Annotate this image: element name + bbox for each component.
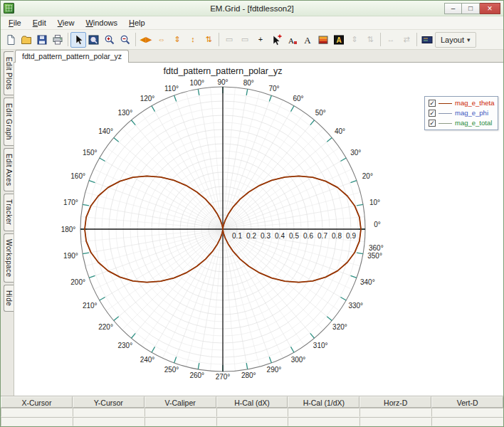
- svg-text:280°: 280°: [241, 371, 256, 379]
- open-file-button[interactable]: [19, 32, 34, 48]
- status-value-row-2: [1, 417, 503, 426]
- status-value-x-cursor: [1, 417, 73, 426]
- svg-text:200°: 200°: [70, 278, 85, 286]
- add-label-button[interactable]: A: [284, 32, 300, 48]
- v-scale-button: ⇕: [347, 32, 362, 48]
- legend-item-mag-e-total: ✓mag_e_total: [429, 119, 494, 127]
- fit-horizontal-button[interactable]: ◀▶: [138, 32, 154, 48]
- autoscale-button[interactable]: ⇅: [201, 32, 216, 48]
- select-cursor-button[interactable]: [70, 32, 86, 48]
- invert-colors-icon: A: [333, 34, 345, 46]
- colormap-button[interactable]: [315, 32, 331, 48]
- text-icon: A: [302, 34, 313, 46]
- svg-text:0.2: 0.2: [246, 232, 256, 240]
- menu-view[interactable]: View: [52, 17, 80, 28]
- caliper-icon: ⇄: [403, 36, 409, 43]
- svg-text:80°: 80°: [243, 79, 254, 87]
- side-tab-tracker[interactable]: Tracker: [4, 194, 14, 231]
- new-file-button[interactable]: [3, 32, 19, 48]
- print-button[interactable]: [50, 32, 65, 48]
- svg-text:220°: 220°: [98, 323, 113, 331]
- legend-item-mag-e-phi: ✓mag_e_phi: [429, 109, 494, 117]
- expand-horizontal-button[interactable]: ⇔: [154, 32, 169, 48]
- side-tab-edit-axes[interactable]: Edit Axes: [4, 148, 14, 191]
- status-header-row: X-CursorY-CursorV-CaliperH-Cal (dX)H-Cal…: [1, 396, 503, 408]
- save-file-button[interactable]: [34, 32, 50, 48]
- svg-text:140°: 140°: [98, 127, 113, 135]
- minimize-button[interactable]: –: [444, 3, 462, 14]
- side-tab-edit-plots[interactable]: Edit Plots: [4, 51, 14, 95]
- status-col-y-cursor: Y-Cursor: [73, 396, 145, 408]
- fit-vertical-button[interactable]: ⇕: [169, 32, 185, 48]
- status-value-horz-d: [359, 417, 431, 426]
- zoom-in-icon: [104, 34, 115, 46]
- save-file-icon: [36, 34, 48, 46]
- svg-text:60°: 60°: [293, 95, 303, 102]
- menu-file[interactable]: File: [3, 17, 27, 28]
- plot-area: 0.10.20.30.40.50.60.70.80.90°10°20°30°40…: [14, 63, 503, 396]
- zoom-window-button[interactable]: [86, 32, 102, 48]
- v-shift-button: ⇅: [362, 32, 378, 48]
- invert-colors-button[interactable]: A: [331, 32, 347, 48]
- zoom-window-icon: [88, 34, 100, 46]
- svg-text:A: A: [288, 36, 294, 44]
- status-value-v-caliper: [145, 417, 216, 426]
- legend-checkbox-mag-e-phi[interactable]: ✓: [429, 110, 436, 117]
- add-marker-icon: +: [258, 36, 263, 43]
- legend-checkbox-mag-e-theta[interactable]: ✓: [429, 100, 436, 107]
- zoom-in-button[interactable]: [102, 32, 117, 48]
- side-tab-hide[interactable]: Hide: [4, 285, 14, 312]
- menu-windows[interactable]: Windows: [80, 17, 123, 28]
- svg-text:0.6: 0.6: [303, 232, 313, 240]
- autoscale-icon: ⇅: [205, 36, 211, 43]
- svg-text:130°: 130°: [117, 109, 132, 117]
- svg-text:190°: 190°: [63, 252, 78, 260]
- h-scale-button: ↔: [383, 32, 399, 48]
- close-button[interactable]: ×: [480, 3, 500, 14]
- legend-checkbox-mag-e-total[interactable]: ✓: [429, 120, 436, 127]
- svg-text:260°: 260°: [189, 371, 204, 379]
- status-value-h-cal-1-dx: [288, 408, 359, 417]
- status-col-h-cal-dx: H-Cal (dX): [216, 396, 288, 408]
- svg-text:210°: 210°: [83, 302, 98, 310]
- tracker-cursor-button[interactable]: [268, 32, 284, 48]
- expand-vertical-button[interactable]: ↕: [185, 32, 201, 48]
- legend-label: mag_e_theta: [455, 100, 494, 107]
- v-shift-icon: ⇅: [367, 36, 373, 43]
- expand-horizontal-icon: ⇔: [158, 36, 166, 43]
- svg-text:40°: 40°: [335, 127, 345, 135]
- document-tab-strip: fdtd_pattern_pattern_polar_yz: [14, 50, 503, 63]
- window-title: EM.Grid - [fdtdlesson2]: [1, 4, 503, 13]
- legend-line-sample: [439, 123, 452, 124]
- add-marker-button[interactable]: +: [253, 32, 268, 48]
- svg-text:170°: 170°: [63, 199, 78, 206]
- doc-tab-fdtd-pattern-pattern-polar-yz[interactable]: fdtd_pattern_pattern_polar_yz: [15, 50, 129, 63]
- chevron-down-icon: ▾: [467, 36, 471, 43]
- layout-dropdown[interactable]: Layout▾: [435, 32, 476, 48]
- svg-text:30°: 30°: [350, 149, 361, 157]
- status-bar: X-CursorY-CursorV-CaliperH-Cal (dX)H-Cal…: [1, 396, 503, 426]
- print-icon: [52, 34, 63, 46]
- legend-style-button[interactable]: [419, 32, 435, 48]
- svg-text:230°: 230°: [117, 342, 132, 349]
- toolbar-separator: [135, 33, 136, 46]
- toolbar-separator: [219, 33, 219, 46]
- menu-edit[interactable]: Edit: [27, 17, 52, 28]
- svg-text:fdtd_pattern_pattern_polar_yz: fdtd_pattern_pattern_polar_yz: [164, 66, 283, 76]
- menu-help[interactable]: Help: [123, 17, 151, 28]
- chart-legend: ✓mag_e_theta✓mag_e_phi✓mag_e_total: [424, 96, 498, 130]
- status-value-v-caliper: [145, 408, 216, 417]
- svg-text:0.9: 0.9: [346, 232, 356, 240]
- svg-text:240°: 240°: [140, 356, 155, 364]
- svg-text:320°: 320°: [332, 323, 347, 331]
- layout-label: Layout: [441, 36, 464, 44]
- maximize-button[interactable]: □: [462, 3, 480, 14]
- svg-text:0°: 0°: [374, 221, 381, 228]
- open-file-icon: [21, 34, 32, 46]
- side-tab-workspace[interactable]: Workspace: [4, 233, 14, 283]
- side-tab-edit-graph[interactable]: Edit Graph: [4, 97, 14, 146]
- fit-horizontal-icon: ◀▶: [140, 36, 152, 43]
- zoom-out-button[interactable]: [117, 32, 133, 48]
- status-col-horz-d: Horz-D: [359, 396, 431, 408]
- text-button[interactable]: A: [300, 32, 315, 48]
